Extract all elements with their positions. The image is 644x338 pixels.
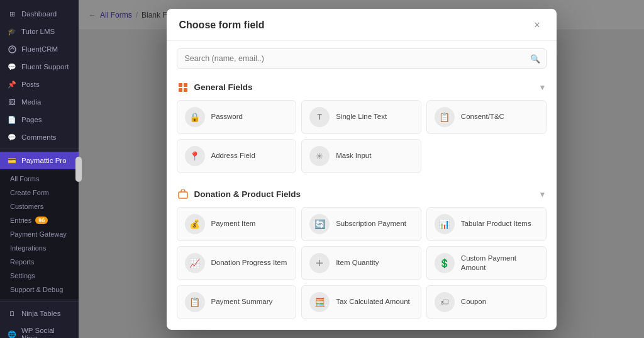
posts-icon: 📌 <box>8 80 16 89</box>
sub-item-label: Settings <box>10 272 35 279</box>
sidebar-item-tutor-lms[interactable]: 🎓 Tutor LMS <box>0 23 79 40</box>
field-item-item-quantity[interactable]: Item Quantity <box>301 246 421 280</box>
search-icon: 🔍 <box>530 54 540 63</box>
field-item-subscription-payment[interactable]: 🔄 Subscription Payment <box>301 207 421 241</box>
field-item-payment-item[interactable]: 💰 Payment Item <box>177 207 297 241</box>
resize-handle[interactable] <box>75 157 82 182</box>
field-label-coupon: Coupon <box>461 297 486 307</box>
sidebar-item-label: Comments <box>21 133 57 141</box>
field-label-donation-progress-item: Donation Progress Item <box>211 258 287 268</box>
field-icon-consent-tc: 📋 <box>435 107 455 127</box>
sidebar-item-ninja-tables[interactable]: 🗒 Ninja Tables <box>0 305 79 322</box>
sub-item-all-forms[interactable]: All Forms <box>0 172 79 186</box>
field-label-single-line-text: Single Line Text <box>336 112 387 121</box>
sub-item-label: Payment Gateway <box>10 230 67 238</box>
sidebar-item-posts[interactable]: 📌 Posts <box>0 76 79 93</box>
sidebar-item-label: Posts <box>21 81 40 88</box>
sub-item-label: Customers <box>10 203 43 210</box>
field-label-item-quantity: Item Quantity <box>336 258 379 268</box>
sub-item-integrations[interactable]: Integrations <box>0 241 79 255</box>
sidebar: ⊞ Dashboard 🎓 Tutor LMS FluentCRM 💬 Flue… <box>0 0 79 338</box>
section-payment-method-fields-header[interactable]: Payment Method Fields ▼ <box>177 329 547 330</box>
donation-product-fields-icon <box>177 188 189 201</box>
sub-item-support-debug[interactable]: Support & Debug <box>0 283 79 296</box>
field-item-mask-input[interactable]: ✳ Mask Input <box>301 139 421 173</box>
main-area: ← All Forms / Blank Form (#450) Choose f… <box>79 0 644 338</box>
sub-item-entries[interactable]: Entries 96 <box>0 213 79 227</box>
field-item-donation-progress-item[interactable]: 📈 Donation Progress Item <box>177 246 297 280</box>
search-wrapper: 🔍 <box>177 48 547 69</box>
field-label-tax-calculated-amount: Tax Calculated Amount <box>336 297 410 307</box>
section-payment-method-fields: Payment Method Fields ▼ 💳 Choose Payment… <box>177 329 547 330</box>
dashboard-icon: ⊞ <box>8 9 16 18</box>
search-input[interactable] <box>177 48 547 69</box>
field-label-payment-item: Payment Item <box>211 219 256 228</box>
field-item-tax-calculated-amount[interactable]: 🧮 Tax Calculated Amount <box>301 285 421 319</box>
field-item-payment-summary[interactable]: 📋 Payment Summary <box>177 285 297 319</box>
field-item-consent-tc[interactable]: 📋 Consent/T&C <box>426 100 547 134</box>
field-item-coupon[interactable]: 🏷 Coupon <box>426 285 547 319</box>
comments-icon: 💬 <box>8 133 16 142</box>
svg-point-0 <box>9 46 16 53</box>
field-item-single-line-text[interactable]: T Single Line Text <box>301 100 421 134</box>
sidebar-item-paymattic-pro[interactable]: 💳 Paymattic Pro <box>0 152 79 169</box>
section-general-fields-header[interactable]: General Fields ▼ <box>177 76 547 100</box>
field-icon-item-quantity <box>309 253 330 273</box>
fluent-crm-icon <box>8 45 16 54</box>
sidebar-item-pages[interactable]: 📄 Pages <box>0 111 79 128</box>
sidebar-item-label: Media <box>21 98 41 106</box>
field-icon-single-line-text: T <box>309 107 330 127</box>
modal-header: Choose form field × <box>167 9 557 41</box>
field-item-password[interactable]: 🔒 Password <box>177 100 297 134</box>
sidebar-item-dashboard[interactable]: ⊞ Dashboard <box>0 5 79 23</box>
sidebar-item-label: Fluent Support <box>21 63 69 70</box>
sub-item-create-form[interactable]: Create Form <box>0 186 79 200</box>
field-item-custom-payment-amount[interactable]: 💲 Custom Payment Amount <box>426 246 547 280</box>
sub-item-reports[interactable]: Reports <box>0 255 79 269</box>
modal-close-button[interactable]: × <box>530 19 543 31</box>
field-icon-password: 🔒 <box>185 107 205 127</box>
field-icon-payment-summary: 📋 <box>185 292 205 312</box>
svg-rect-3 <box>179 88 182 92</box>
field-label-password: Password <box>211 112 243 121</box>
general-fields-chevron: ▼ <box>539 83 547 92</box>
field-icon-address-field: 📍 <box>185 146 205 166</box>
sidebar-divider-2 <box>0 301 79 302</box>
sub-item-settings[interactable]: Settings <box>0 269 79 283</box>
sidebar-item-label: WP Social Ninja <box>21 327 71 338</box>
sidebar-item-fluent-support[interactable]: 💬 Fluent Support <box>0 58 79 76</box>
sub-item-label: Integrations <box>10 244 46 252</box>
field-item-address-field[interactable]: 📍 Address Field <box>177 139 297 173</box>
sidebar-item-media[interactable]: 🖼 Media <box>0 93 79 111</box>
section-donation-product-fields: Donation & Product Fields ▼ 💰 Payment It… <box>177 183 547 319</box>
sidebar-item-wp-social-ninja[interactable]: 🌐 WP Social Ninja <box>0 322 79 338</box>
pages-icon: 📄 <box>8 115 16 124</box>
sub-item-label: Reports <box>10 258 35 266</box>
field-icon-tax-calculated-amount: 🧮 <box>309 292 330 312</box>
sidebar-item-label: FluentCRM <box>21 45 58 53</box>
tutor-lms-icon: 🎓 <box>8 27 16 36</box>
section-donation-product-fields-header[interactable]: Donation & Product Fields ▼ <box>177 183 547 207</box>
sidebar-item-comments[interactable]: 💬 Comments <box>0 128 79 146</box>
modal-dialog: Choose form field × 🔍 <box>167 9 557 330</box>
donation-product-fields-grid: 💰 Payment Item 🔄 Subscription Payment 📊 … <box>177 207 547 319</box>
field-label-custom-payment-amount: Custom Payment Amount <box>461 254 538 273</box>
modal-title: Choose form field <box>179 20 265 31</box>
field-label-subscription-payment: Subscription Payment <box>336 219 406 228</box>
modal-body[interactable]: General Fields ▼ 🔒 Password T Single Lin… <box>167 76 557 330</box>
fluent-support-icon: 💬 <box>8 62 16 71</box>
sidebar-item-fluent-crm[interactable]: FluentCRM <box>0 40 79 58</box>
sub-item-label: Create Form <box>10 189 49 196</box>
section-title-row-2: Donation & Product Fields <box>177 188 301 201</box>
field-label-address-field: Address Field <box>211 151 255 161</box>
sub-item-customers[interactable]: Customers <box>0 200 79 213</box>
modal-overlay[interactable]: Choose form field × 🔍 <box>79 0 644 338</box>
field-icon-tabular-product-items: 📊 <box>435 214 455 234</box>
sidebar-item-label: Tutor LMS <box>21 28 55 35</box>
sub-item-label: All Forms <box>10 175 39 183</box>
sidebar-item-label: Paymattic Pro <box>21 157 67 164</box>
field-item-tabular-product-items[interactable]: 📊 Tabular Product Items <box>426 207 547 241</box>
sub-item-payment-gateway[interactable]: Payment Gateway <box>0 227 79 241</box>
sidebar-divider <box>0 149 79 149</box>
sub-item-label: Entries <box>10 217 31 224</box>
